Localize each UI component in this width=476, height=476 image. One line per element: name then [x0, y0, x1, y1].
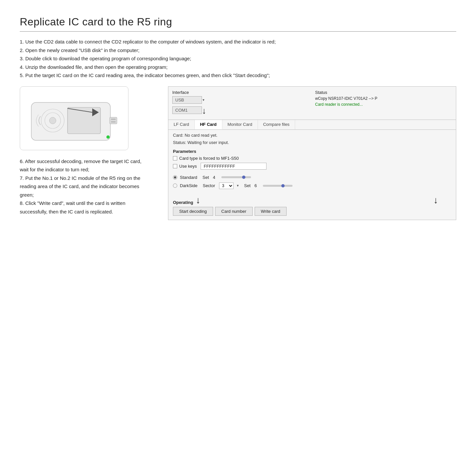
mf1-label: Card type is forced to MF1-S50: [179, 156, 239, 161]
use-keys-row: Use keys: [173, 163, 451, 170]
ui-top-row: Interface USB ▾ COM1 ↓ Status wCopy NSR1…: [168, 87, 456, 117]
use-keys-checkbox[interactable]: [173, 164, 177, 168]
operating-section: Operating ↓ ↓ Start decoding Card number…: [168, 194, 456, 220]
step-7: 7. Put the No.1 or No.2 IC module of the…: [20, 174, 152, 199]
standard-slider-thumb[interactable]: [242, 176, 245, 179]
svg-rect-7: [110, 117, 117, 124]
com1-input[interactable]: COM1: [172, 106, 202, 114]
write-card-button[interactable]: Write card: [255, 207, 287, 216]
status-version: wCopy NSR107-IDIC V701A2 --> P: [315, 96, 388, 101]
params-title: Parameters: [173, 149, 451, 154]
device-svg: [28, 93, 120, 145]
sector-dropdown[interactable]: 3 0 1 2: [219, 182, 234, 189]
step-6: 6. After successful decoding, remove the…: [20, 157, 152, 174]
sector-label: Sector: [203, 183, 215, 188]
operating-arrow-down-icon: ↓: [196, 196, 200, 205]
card-status-line1: Card: No card read yet.: [173, 132, 451, 139]
svg-point-3: [49, 117, 56, 124]
tabs-row: LF Card HF Card Monitor Card Compare fil…: [168, 120, 456, 130]
darkside-label: DarkSide: [180, 183, 197, 188]
step-2: 2. Open the newly created "USB disk" in …: [20, 46, 343, 55]
standard-slider-container: [221, 176, 251, 178]
write-arrow-down-icon: ↓: [434, 196, 438, 205]
title-divider: [20, 31, 456, 32]
buttons-row: Start decoding Card number Write card: [173, 207, 451, 216]
step-5: 5. Put the target IC card on the IC card…: [20, 71, 343, 80]
darkside-radio-row: DarkSide Sector 3 0 1 2 ▾ Set 6: [173, 182, 451, 189]
step-3: 3. Double click to download the operatin…: [20, 54, 343, 63]
usb-row: USB ▾: [172, 96, 309, 104]
darkside-radio[interactable]: [173, 183, 177, 188]
tab-monitor-card[interactable]: Monitor Card: [222, 120, 258, 129]
set-value-1: 4: [213, 175, 215, 180]
sector-chevron-icon: ▾: [237, 183, 239, 188]
svg-rect-8: [111, 119, 116, 120]
tab-lf-card[interactable]: LF Card: [168, 120, 195, 129]
set-label-2: Set: [244, 183, 251, 188]
keys-input[interactable]: [201, 163, 266, 170]
operating-title-row: Operating ↓ ↓: [173, 196, 451, 205]
operating-label: Operating: [173, 200, 193, 205]
set-value-2: 6: [255, 183, 257, 188]
status-label: Status: [315, 90, 452, 95]
start-decoding-button[interactable]: Start decoding: [173, 207, 213, 216]
com1-row: COM1 ↓: [172, 106, 309, 115]
page-title: Replicate IC card to the R5 ring: [20, 16, 456, 28]
standard-label: Standard: [180, 175, 197, 180]
usb-dropdown-icon[interactable]: ▾: [203, 98, 205, 102]
status-section: Status wCopy NSR107-IDIC V701A2 --> P Ca…: [309, 90, 452, 117]
ui-panel: Interface USB ▾ COM1 ↓ Status wCopy NSR1…: [168, 86, 456, 220]
standard-radio-row: Standard Set 4: [173, 175, 451, 180]
parameters-section: Parameters Card type is forced to MF1-S5…: [168, 147, 456, 174]
status-connected: Card reader is connected...: [315, 102, 452, 107]
mf1-checkbox[interactable]: [173, 156, 177, 160]
device-illustration: [20, 86, 128, 150]
darkside-slider-container: [263, 185, 293, 187]
card-info-section: Card: No card read yet. Status: Waiting …: [168, 130, 456, 147]
set-label-1: Set: [203, 175, 209, 180]
step-4: 4. Unzip the downloaded file, and then o…: [20, 63, 343, 71]
darkside-slider-thumb[interactable]: [281, 184, 285, 187]
tab-compare-files[interactable]: Compare files: [258, 120, 295, 129]
standard-radio[interactable]: [173, 175, 177, 180]
instructions-block: 1. Use the CD2 data cable to connect the…: [20, 38, 343, 80]
interface-section: Interface USB ▾ COM1 ↓: [172, 90, 309, 117]
card-number-button[interactable]: Card number: [215, 207, 253, 216]
step-8: 8. Click "Write card", wait until the ca…: [20, 199, 152, 216]
standard-slider-track[interactable]: [221, 176, 251, 178]
step-1: 1. Use the CD2 data cable to connect the…: [20, 38, 343, 46]
svg-rect-9: [111, 121, 116, 123]
usb-input[interactable]: USB: [172, 96, 202, 104]
use-keys-label: Use keys: [179, 164, 197, 169]
card-status-line2: Status: Waiting for user input.: [173, 139, 451, 146]
radio-rows-section: Standard Set 4 DarkSide Sector 3: [168, 174, 456, 194]
com1-arrow-down-icon: ↓: [202, 106, 206, 115]
bottom-instructions: 6. After successful decoding, remove the…: [20, 157, 152, 216]
interface-label: Interface: [172, 90, 309, 95]
svg-point-10: [106, 135, 110, 139]
mf1-checkbox-row: Card type is forced to MF1-S50: [173, 156, 451, 161]
darkside-slider-track[interactable]: [263, 185, 293, 187]
tab-hf-card[interactable]: HF Card: [195, 120, 222, 129]
